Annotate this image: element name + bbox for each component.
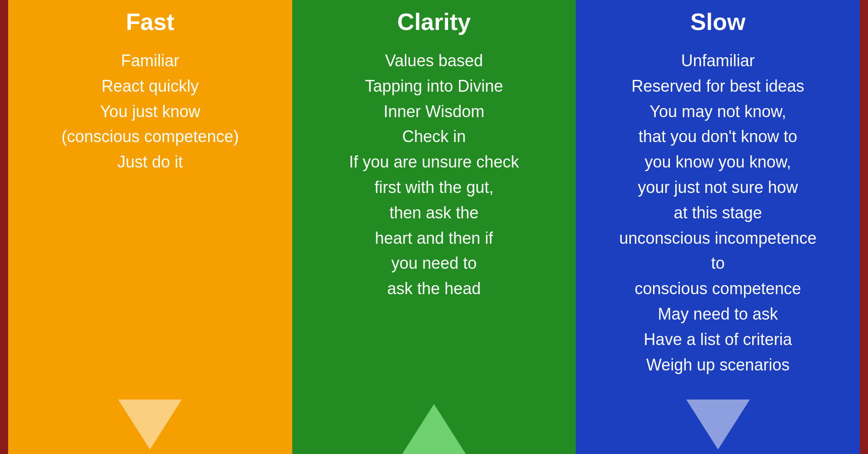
clarity-line-9: you need to (391, 254, 477, 272)
fast-line-4: (conscious competence) (61, 127, 239, 146)
clarity-line-3: Inner Wisdom (384, 102, 484, 121)
slow-line-1: Unfamiliar (681, 51, 755, 70)
clarity-column: Clarity Values based Tapping into Divine… (292, 0, 576, 454)
slow-line-8: unconscious incompetence (619, 229, 817, 247)
slow-line-2: Reserved for best ideas (632, 77, 804, 95)
slow-arrow-down (686, 400, 750, 449)
slow-line-7: at this stage (674, 203, 762, 222)
right-border (860, 0, 868, 454)
slow-column: Slow Unfamiliar Reserved for best ideas … (576, 0, 860, 454)
slow-line-5: you know you know, (645, 153, 791, 171)
clarity-line-10: ask the head (387, 279, 481, 298)
clarity-line-7: then ask the (389, 203, 479, 222)
slow-line-12: Have a list of criteria (644, 330, 792, 349)
left-border (0, 0, 8, 454)
clarity-line-5: If you are unsure check (349, 153, 519, 171)
slow-body: Unfamiliar Reserved for best ideas You m… (619, 48, 817, 400)
clarity-line-1: Values based (385, 51, 483, 70)
slow-line-13: Weigh up scenarios (646, 355, 790, 374)
fast-line-3: You just know (100, 102, 200, 121)
slow-line-4: that you don't know to (639, 127, 797, 146)
clarity-arrow-up (402, 404, 466, 454)
slow-line-10: conscious competence (635, 279, 801, 298)
fast-title: Fast (22, 0, 279, 48)
clarity-line-4: Check in (402, 127, 466, 146)
clarity-line-6: first with the gut, (374, 178, 494, 197)
slow-line-3: You may not know, (649, 102, 786, 121)
clarity-title: Clarity (306, 0, 563, 48)
clarity-line-8: heart and then if (375, 229, 493, 247)
slow-line-11: May need to ask (658, 305, 778, 323)
fast-arrow-down (118, 400, 182, 449)
fast-column: Fast Familiar React quickly You just kno… (8, 0, 292, 454)
clarity-body: Values based Tapping into Divine Inner W… (349, 48, 519, 390)
fast-line-2: React quickly (101, 77, 199, 95)
columns-wrapper: Fast Familiar React quickly You just kno… (8, 0, 860, 454)
slow-line-9: to (711, 254, 725, 272)
fast-body: Familiar React quickly You just know (co… (61, 48, 239, 400)
slow-title: Slow (589, 0, 846, 48)
fast-line-5: Just do it (117, 153, 183, 171)
clarity-line-2: Tapping into Divine (365, 77, 503, 95)
fast-line-1: Familiar (121, 51, 179, 70)
slow-line-6: your just not sure how (638, 178, 798, 197)
